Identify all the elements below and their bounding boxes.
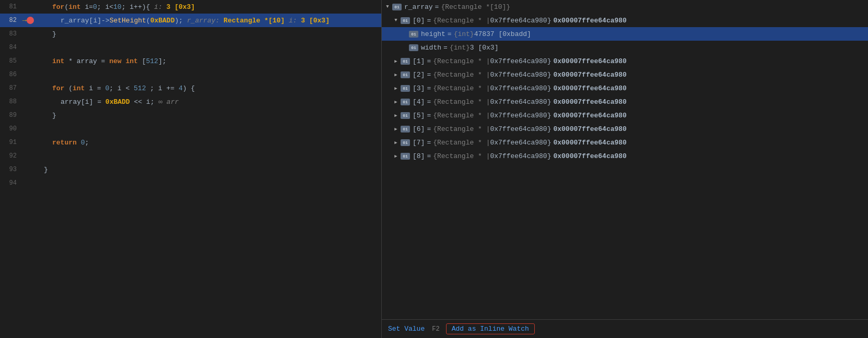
expand-icon[interactable]	[401, 30, 408, 38]
code-line-92: 92	[0, 149, 381, 163]
token: * array =	[64, 57, 109, 65]
token: [	[138, 57, 146, 65]
token: ];	[158, 57, 167, 65]
variable-value: 0x7ffee64ca980}	[490, 152, 551, 160]
equals-sign: =	[427, 98, 431, 106]
watch-row-7[interactable]: ▶01[4] = {Rectangle * | 0x7ffee64ca980}0…	[382, 95, 868, 108]
equals-sign: =	[427, 125, 431, 133]
variable-name: [2]	[413, 71, 425, 79]
variable-type: {Rectangle * |	[433, 57, 490, 65]
line-number-88: 88	[0, 98, 21, 105]
variable-name: width	[421, 44, 441, 52]
expand-icon[interactable]: ▼	[384, 3, 391, 11]
variable-icon: 01	[409, 31, 418, 38]
line-number-94: 94	[0, 179, 21, 187]
variable-name: [4]	[413, 98, 425, 106]
expand-icon[interactable]: ▶	[392, 84, 400, 92]
variable-name: height	[421, 30, 445, 38]
watch-row-10[interactable]: ▶01[7] = {Rectangle * | 0x7ffee64ca980}0…	[382, 136, 868, 149]
expand-icon[interactable]: ▶	[392, 138, 400, 147]
token: );	[174, 17, 183, 25]
variable-type: {Rectangle * |	[433, 125, 490, 133]
token: i:	[285, 17, 301, 25]
token: int	[52, 57, 64, 65]
variable-address: 0x00007ffee64ca980	[553, 17, 626, 25]
variable-address: 0x00007ffee64ca980	[553, 152, 626, 160]
variable-type: {Rectangle *[10]}	[441, 3, 510, 11]
variable-name: [6]	[413, 125, 425, 133]
token	[170, 3, 174, 11]
equals-sign: =	[448, 30, 452, 38]
token: (	[146, 17, 150, 25]
variable-value: 0x7ffee64ca980}	[490, 71, 551, 79]
watch-row-8[interactable]: ▶01[5] = {Rectangle * | 0x7ffee64ca980}0…	[382, 108, 868, 122]
token: 512	[134, 84, 146, 92]
code-line-86: 86	[0, 68, 381, 81]
expand-icon[interactable]: ▶	[392, 111, 400, 119]
variable-address: 0x00007ffee64ca980	[553, 112, 626, 119]
expand-icon[interactable]: ▶	[392, 125, 400, 133]
breakpoint-icon[interactable]	[27, 17, 34, 24]
variable-type: {Rectangle * |	[433, 17, 490, 25]
code-content-81: for(int i=0; i<10; i++){ i: 3 [0x3]	[36, 3, 381, 11]
expand-icon[interactable]	[401, 43, 408, 52]
variable-icon: 01	[392, 4, 402, 10]
variable-type: {Rectangle * |	[433, 112, 490, 119]
variable-address: 0x00007ffee64ca980	[553, 98, 626, 106]
variable-type: {int}	[454, 30, 474, 38]
variable-icon: 01	[401, 58, 410, 65]
expand-icon[interactable]: ▶	[392, 98, 400, 106]
expand-icon[interactable]: ▼	[392, 16, 400, 25]
token: 0	[93, 3, 97, 11]
watch-row-2[interactable]: 01height = {int} 47837 [0xbadd]	[382, 27, 868, 41]
watch-row-4[interactable]: ▶01[1] = {Rectangle * | 0x7ffee64ca980}0…	[382, 54, 868, 68]
token: for	[52, 84, 64, 92]
watch-row-9[interactable]: ▶01[6] = {Rectangle * | 0x7ffee64ca980}0…	[382, 122, 868, 136]
token: for	[52, 3, 64, 11]
equals-sign: =	[427, 139, 431, 147]
watch-row-1[interactable]: ▼01[0] = {Rectangle * | 0x7ffee64ca980}0…	[382, 14, 868, 27]
expand-icon[interactable]: ▶	[392, 70, 400, 79]
variable-address: 0x00007ffee64ca980	[553, 139, 626, 147]
token: i:	[150, 3, 166, 11]
line-number-93: 93	[0, 166, 21, 173]
variable-value: 0x7ffee64ca980}	[490, 125, 551, 133]
code-content-93: }	[36, 166, 381, 174]
variable-value: 0x7ffee64ca980}	[490, 17, 551, 25]
equals-sign: =	[427, 57, 431, 65]
add-inline-watch-button[interactable]: Add as Inline Watch	[446, 323, 535, 334]
code-line-81: 81for(int i=0; i<10; i++){ i: 3 [0x3]	[0, 0, 381, 14]
watch-row-5[interactable]: ▶01[2] = {Rectangle * | 0x7ffee64ca980}0…	[382, 68, 868, 81]
token: array[i] =	[61, 98, 105, 106]
token: ) {	[183, 84, 195, 92]
expand-icon[interactable]: ▶	[392, 152, 400, 160]
variable-icon: 01	[401, 153, 410, 160]
variable-type: {Rectangle * |	[433, 98, 490, 106]
variable-name: [1]	[413, 57, 425, 65]
line-number-81: 81	[0, 3, 21, 10]
token: int	[73, 84, 85, 92]
code-line-85: 85int * array = new int [512];	[0, 54, 381, 68]
watch-row-11[interactable]: ▶01[8] = {Rectangle * | 0x7ffee64ca980}0…	[382, 149, 868, 163]
watch-row-3[interactable]: 01width = {int} 3 [0x3]	[382, 41, 868, 54]
variable-type: {Rectangle * |	[433, 139, 490, 147]
line-number-90: 90	[0, 125, 21, 132]
token: int	[68, 3, 80, 11]
code-line-84: 84	[0, 41, 381, 54]
variable-name: [5]	[413, 112, 425, 119]
token: 3	[301, 17, 305, 25]
token: int	[125, 57, 137, 65]
token: i =	[85, 84, 105, 92]
line-number-85: 85	[0, 57, 21, 65]
expand-icon[interactable]: ▶	[392, 57, 400, 65]
code-line-91: 91return 0;	[0, 136, 381, 149]
variable-address: 0x00007ffee64ca980	[553, 125, 626, 133]
line-gutter-82: →	[21, 16, 36, 25]
variable-icon: 01	[401, 126, 410, 132]
variable-value: 0x7ffee64ca980}	[490, 112, 551, 119]
code-content-91: return 0;	[36, 139, 381, 147]
watch-row-6[interactable]: ▶01[3] = {Rectangle * | 0x7ffee64ca980}0…	[382, 81, 868, 95]
token: 4	[179, 84, 183, 92]
watch-row-0[interactable]: ▼01r_array = {Rectangle *[10]}	[382, 0, 868, 14]
set-value-button[interactable]: Set Value	[388, 325, 425, 333]
